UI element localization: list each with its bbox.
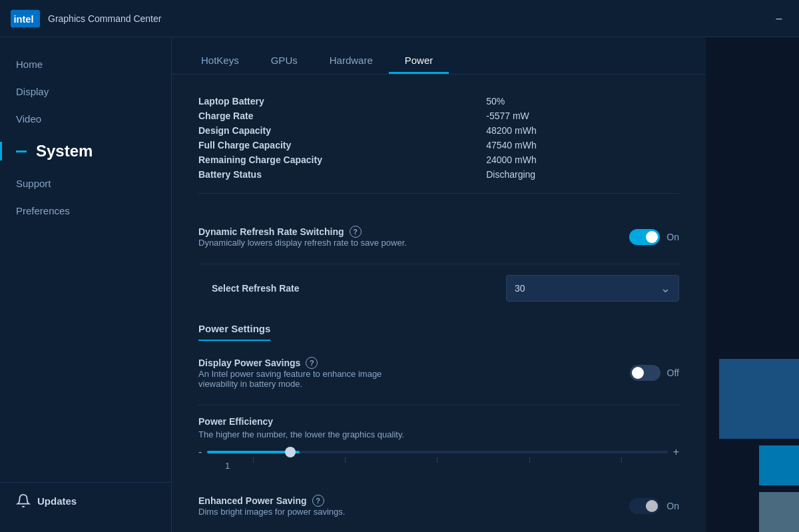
display-power-desc1: An Intel power saving feature to enhance… (198, 369, 603, 379)
battery-grid: Laptop Battery 50% Charge Rate -5577 mW … (198, 91, 679, 194)
right-decoration (706, 37, 799, 532)
select-refresh-row: Select Refresh Rate 30 ⌄ (198, 264, 679, 312)
select-refresh-label: Select Refresh Rate (198, 283, 300, 294)
sidebar-label-display: Display (16, 86, 49, 97)
design-capacity-label: Design Capacity (198, 125, 465, 136)
enhanced-power-header: Enhanced Power Saving ? Dims bright imag… (198, 495, 679, 517)
display-power-knob (632, 367, 644, 379)
enhanced-power-help-icon[interactable]: ? (312, 495, 324, 507)
bell-icon (16, 493, 31, 508)
inner-content: HotKeys GPUs Hardware Power Laptop Batte… (172, 37, 799, 532)
slider-title-row: Power Efficiency (198, 416, 679, 427)
laptop-battery-value: 50% (486, 96, 679, 107)
battery-section: Laptop Battery 50% Charge Rate -5577 mW … (198, 91, 679, 194)
laptop-battery-label: Laptop Battery (198, 96, 465, 107)
charge-rate-value: -5577 mW (486, 111, 679, 121)
tab-hardware[interactable]: Hardware (314, 47, 389, 74)
chevron-down-icon: ⌄ (661, 281, 670, 296)
display-power-desc2: viewability in battery mode. (198, 379, 603, 389)
title-bar: intel Graphics Command Center – (0, 0, 799, 37)
tab-hotkeys[interactable]: HotKeys (185, 47, 255, 74)
display-power-savings-row: Display Power Savings ? An Intel power s… (198, 344, 679, 405)
slider-minus-icon[interactable]: - (198, 446, 202, 458)
intel-logo-icon: intel (11, 9, 40, 28)
power-efficiency-row: Power Efficiency The higher the number, … (198, 405, 679, 481)
sidebar-item-home[interactable]: Home (0, 51, 171, 78)
active-indicator (16, 150, 27, 152)
full-charge-label: Full Charge Capacity (198, 140, 465, 150)
enhanced-power-toggle[interactable] (629, 498, 660, 514)
sidebar-item-video[interactable]: Video (0, 105, 171, 133)
tab-gpus[interactable]: GPUs (255, 47, 314, 74)
sidebar-label-system: System (36, 142, 93, 160)
dynamic-refresh-toggle[interactable] (629, 229, 660, 245)
sidebar-bottom: Updates (0, 482, 171, 519)
slider-track[interactable] (207, 451, 667, 453)
dynamic-refresh-left: Dynamic Refresh Rate Switching ? Dynamic… (198, 226, 603, 248)
dynamic-refresh-header: Dynamic Refresh Rate Switching ? Dynamic… (198, 226, 679, 248)
minimize-button[interactable]: – (770, 9, 788, 28)
sidebar: Home Display Video System Support Prefer… (0, 37, 172, 532)
sidebar-nav: Home Display Video System Support Prefer… (0, 51, 171, 482)
deco-block-3 (759, 492, 799, 532)
tabs-bar: HotKeys GPUs Hardware Power (172, 37, 706, 75)
content-area: HotKeys GPUs Hardware Power Laptop Batte… (172, 37, 706, 532)
main-layout: Home Display Video System Support Prefer… (0, 37, 799, 532)
dynamic-refresh-title: Dynamic Refresh Rate Switching (198, 226, 344, 237)
sidebar-item-display[interactable]: Display (0, 78, 171, 105)
enhanced-power-left: Enhanced Power Saving ? Dims bright imag… (198, 495, 603, 517)
power-efficiency-title: Power Efficiency (198, 416, 273, 427)
remaining-value: 24000 mWh (486, 154, 679, 165)
enhanced-power-toggle-area: On (629, 498, 679, 514)
power-settings-section: Power Settings Display Power Savings ? A… (198, 312, 679, 532)
sidebar-label-support: Support (16, 178, 51, 189)
select-refresh-dropdown[interactable]: 30 ⌄ (506, 275, 679, 302)
sidebar-label-home: Home (16, 59, 43, 70)
full-charge-value: 47540 mWh (486, 140, 679, 150)
power-efficiency-value: 1 (198, 461, 679, 471)
dynamic-refresh-desc: Dynamically lowers display refresh rate … (198, 238, 603, 248)
dynamic-refresh-row: Dynamic Refresh Rate Switching ? Dynamic… (198, 212, 679, 264)
battery-status-label: Battery Status (198, 169, 465, 180)
select-refresh-value: 30 (515, 283, 525, 294)
slider-plus-icon[interactable]: + (673, 446, 679, 458)
toggle-knob (646, 231, 658, 243)
updates-item[interactable]: Updates (16, 493, 155, 508)
charge-rate-label: Charge Rate (198, 111, 465, 121)
title-bar-controls: – (770, 9, 788, 28)
display-power-state: Off (667, 368, 679, 378)
display-power-toggle[interactable] (630, 365, 661, 381)
power-efficiency-desc: The higher the number, the lower the gra… (198, 429, 679, 439)
design-capacity-value: 48200 mWh (486, 125, 679, 136)
dynamic-refresh-help-icon[interactable]: ? (350, 226, 362, 238)
remaining-label: Remaining Charge Capacity (198, 154, 465, 165)
slider-thumb[interactable] (285, 447, 296, 457)
app-title: Graphics Command Center (48, 13, 161, 24)
display-power-toggle-area: Off (630, 365, 679, 381)
display-power-left: Display Power Savings ? An Intel power s… (198, 357, 603, 389)
sidebar-item-preferences[interactable]: Preferences (0, 197, 171, 224)
display-power-title-row: Display Power Savings ? (198, 357, 603, 369)
title-bar-left: intel Graphics Command Center (11, 9, 161, 28)
deco-block-2 (759, 445, 799, 485)
svg-text:intel: intel (13, 13, 33, 24)
tab-power[interactable]: Power (389, 47, 449, 74)
display-power-title: Display Power Savings (198, 358, 300, 368)
sidebar-item-system[interactable]: System (0, 133, 171, 170)
dynamic-refresh-title-row: Dynamic Refresh Rate Switching ? (198, 226, 603, 238)
enhanced-power-row: Enhanced Power Saving ? Dims bright imag… (198, 481, 679, 532)
display-power-help-icon[interactable]: ? (306, 357, 318, 369)
enhanced-power-title-row: Enhanced Power Saving ? (198, 495, 603, 507)
enhanced-power-knob (646, 500, 658, 512)
dynamic-refresh-state: On (666, 232, 679, 242)
enhanced-power-desc: Dims bright images for power savings. (198, 507, 603, 517)
content-scroll: Laptop Battery 50% Charge Rate -5577 mW … (172, 75, 706, 532)
enhanced-power-state: On (666, 501, 679, 511)
sidebar-label-preferences: Preferences (16, 205, 70, 216)
battery-status-value: Discharging (486, 169, 679, 180)
dynamic-refresh-toggle-area: On (629, 229, 679, 245)
enhanced-power-title: Enhanced Power Saving (198, 495, 307, 506)
sidebar-item-support[interactable]: Support (0, 170, 171, 197)
power-settings-header: Power Settings (198, 312, 270, 341)
sidebar-label-video: Video (16, 113, 41, 125)
